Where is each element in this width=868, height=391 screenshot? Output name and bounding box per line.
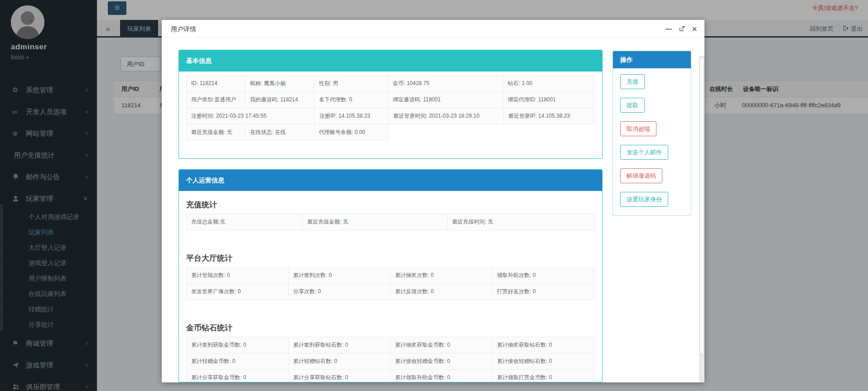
hall-stats-section: 平台大厅统计 累计登陆次数: 0 累计签到次数: 0 累计抽奖次数: 0 领取补… [186,253,595,300]
modal-scrollbar-thumb[interactable] [699,57,704,354]
application-root: adminser boss▾ ⚙ 系统管理 ‹ ∞ 开发人员选项 ‹ ⊕ 网站管… [0,0,868,391]
cell-id: ID: 118214 [186,75,246,92]
cell-bound-invite-code: 绑定邀请码: 118001 [388,91,503,108]
unbind-invite-code-button[interactable]: 解绑邀请码 [620,168,662,183]
cell-share-diamond: 累计分享获取钻石数: 0 [288,369,391,382]
recharge-button[interactable]: 充值 [620,74,645,89]
cell-agent-balance: 代理账号余额: 0.00 [314,124,388,141]
cell-tip-gold: 累计领取打赏金币数: 0 [492,369,594,382]
recharge-stats-title: 充值统计 [186,200,595,210]
cell-register-ip: 注册IP: 14.105.38.23 [314,108,389,124]
cell-last-recharge-amount: 最近充值金额: 无 [186,124,246,141]
cell-agent-count: 名下代理数: 0 [314,91,388,108]
cell-broadcast-count: 发送世界广播次数: 0 [186,283,289,300]
cell-user-type: 用户类型:普通用户 [186,91,246,108]
operating-info-panel: 个人运营信息 充值统计 充值总金额:无 最近充值金额: 无 最近充值时间: 无 [178,169,603,382]
cell-subsidy-gold: 累计领取补助金币数: 0 [390,369,492,382]
cell-signin-diamond: 累计签到获取钻石数: 0 [288,337,391,353]
hall-stats-title: 平台大厅统计 [186,253,595,263]
cell-share-gold: 累计分享获取金币数: 0 [186,369,289,382]
coin-diamond-stats-title: 金币钻石统计 [186,323,595,333]
cell-gender: 性别: 男 [314,75,388,92]
cell-received-gift-diamond: 累计接收转赠钻石数: 0 [492,353,594,370]
cell-lottery-diamond: 累计抽奖获取钻石数: 0 [492,337,594,353]
cell-tip-friend-count: 打赏好友次数: 0 [492,283,594,300]
cell-register-time: 注册时间: 2021-03-23 17:45:55 [186,108,315,124]
cell-subsidy-count: 领取补助次数: 0 [492,267,594,284]
cell-received-gift-gold: 累计接收转赠金币数: 0 [390,353,492,370]
withdraw-button[interactable]: 提取 [620,98,645,113]
close-icon[interactable]: × [692,24,697,33]
cell-gift-gold: 累计转赠金币数: 0 [186,353,289,370]
modal-body: 基本信息 ID: 118214 昵称: 魔胤小杨 性别: 男 金币: 10428… [162,38,704,382]
cell-total-recharge: 充值总金额:无 [186,214,303,230]
cell-lottery-gold: 累计抽奖获取金币数: 0 [390,337,492,353]
cell-login-count: 累计登陆次数: 0 [186,267,289,284]
cell-share-count: 分享次数: 0 [288,283,391,300]
modal-scrollbar-track[interactable] [699,56,704,382]
cell-signin-count: 累计签到次数: 0 [288,267,391,284]
cell-recent-recharge-amount: 最近充值金额: 无 [302,214,448,230]
basic-info-panel: 基本信息 ID: 118214 昵称: 魔胤小杨 性别: 男 金币: 10428… [178,50,603,159]
coin-diamond-stats-section: 金币钻石统计 累计签到获取金币数: 0 累计签到获取钻石数: 0 累计抽奖获取金… [186,323,595,382]
minimize-icon[interactable]: — [665,26,672,32]
cell-my-invite-code: 我的邀请码: 118214 [245,91,314,108]
maximize-icon[interactable] [679,25,685,33]
cell-nickname: 昵称: 魔胤小杨 [245,75,314,92]
actions-header: 操作 [613,51,691,68]
cell-bound-agent-id: 绑定代理ID: 118001 [503,91,594,108]
cell-gift-diamond: 累计转赠钻石数: 0 [288,353,391,370]
basic-info-header: 基本信息 [179,50,602,72]
modal-title: 用户详情 [162,20,704,38]
cell-lottery-count: 累计抽奖次数: 0 [390,267,492,284]
cell-gold: 金币: 10428.75 [388,75,503,92]
operating-info-header: 个人运营信息 [179,170,602,191]
cell-last-login-ip: 最近登录IP: 14.105.38.23 [503,108,594,124]
cell-feedback-count: 累计反馈次数: 0 [390,283,492,300]
user-detail-modal: 用户详情 — × 基本信息 ID: 118214 昵称: 魔胤小杨 性别: 男 [162,20,704,382]
send-mail-button[interactable]: 发送个人邮件 [620,145,668,160]
cell-recent-recharge-time: 最近充值时间: 无 [447,214,595,230]
set-player-identity-button[interactable]: 设置玩家身份 [620,192,668,207]
cancel-super-button[interactable]: 取消超端 [620,121,656,136]
basic-info-table: ID: 118214 昵称: 魔胤小杨 性别: 男 金币: 10428.75 钻… [186,75,595,141]
actions-panel: 操作 充值 提取 取消超端 发送个人邮件 解绑邀请码 设置玩家身份 [612,51,691,216]
recharge-stats-section: 充值统计 充值总金额:无 最近充值金额: 无 最近充值时间: 无 [186,200,595,230]
cell-signin-gold: 累计签到获取金币数: 0 [186,337,289,353]
window-controls: — × [665,20,697,38]
modal-header: 用户详情 — × [162,20,704,38]
cell-diamond: 钻石: 1.00 [503,75,594,92]
cell-online-status: 在线状态: 在线 [245,124,314,141]
cell-last-login-time: 最近登录时间: 2021-03-23 18:29:10 [388,108,504,124]
